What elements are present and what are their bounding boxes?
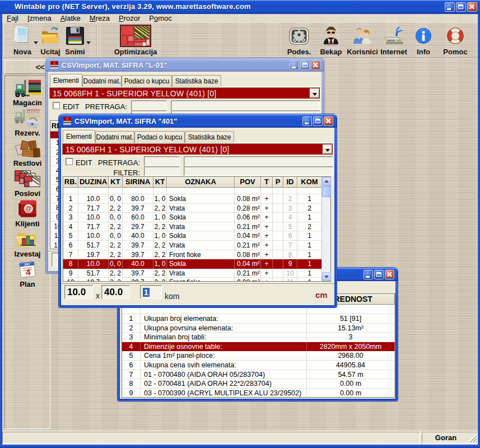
toolbar-button-snimi[interactable]: Snimi (60, 25, 90, 58)
csv-window-401-table-row-10[interactable]: 1019.72, 239.72, 2Front fioke0.08 m²+111 (63, 278, 330, 282)
csv-window-l01-close-button[interactable] (311, 60, 320, 70)
results-window-minimize-button[interactable] (364, 270, 373, 279)
csv-window-401-column-header-pov-6[interactable]: POV (235, 177, 261, 188)
csv-window-l01-maximize-button[interactable] (300, 60, 310, 70)
csv-window-l01-tab-3[interactable]: Podaci o kupcu (122, 75, 172, 87)
csv-window-401-maximize-button[interactable] (313, 116, 323, 126)
csv-window-401-column-header-kom-10[interactable]: KOM (297, 177, 322, 188)
csv-window-401-column-header-rb-0[interactable]: RB. (63, 177, 78, 188)
csv-window-401-scroll-thumb[interactable] (322, 186, 331, 197)
csv-window-401-table-row-6[interactable]: 651.72, 239.72, 2Vrata0.21 m²+71 (63, 241, 330, 250)
csv-window-401-table-row-5[interactable]: 510.00, 040.01, 0Sokla0.04 m²+61 (63, 231, 330, 241)
sidebar-item-klijenti[interactable]: @Klijenti (5, 199, 50, 228)
csv-window-401-table-row-1[interactable]: 110.00, 080.01, 0Sokla0.08 m²+21 (63, 194, 330, 204)
csv-window-401-close-button[interactable] (324, 116, 333, 126)
menu-item-izmena[interactable]: Izmena (23, 14, 56, 23)
csv-window-401-column-header-sirina-3[interactable]: SIRINA (123, 177, 153, 188)
csv-window-l01-tab-2[interactable]: Dodatni mat. (82, 75, 122, 87)
menu-item-mreza[interactable]: Mreza (85, 14, 114, 23)
csv-window-l01-minimize-button[interactable] (290, 60, 299, 70)
csv-window-401-pretraga-input-1[interactable] (144, 156, 180, 166)
toolbar-button-nova[interactable]: Nova (8, 25, 37, 58)
menu-item-alatke[interactable]: Alatke (56, 14, 85, 23)
csv-window-401-table-blank-row[interactable] (63, 188, 330, 194)
csv-window-401-combobox-arrow-icon[interactable] (323, 144, 332, 154)
csv-window-401-minimize-button[interactable] (302, 116, 312, 126)
sidebar-item-plan[interactable]: 2004Plan (5, 259, 50, 288)
csv-window-l01-titlebar[interactable]: CSVImport, MAT. SIFRA "L-01" (46, 58, 324, 72)
csv-window-401-table-row-3[interactable]: 310.00, 060.01, 0Sokla0.06 m²+41 (63, 213, 330, 222)
sidebar-item-restlovi[interactable]: Restlovi (5, 138, 50, 167)
csv-window-401-titlebar[interactable]: CSVImport, MAT. SIFRA "401" (59, 114, 337, 128)
csv-window-l01-edit-checkbox[interactable] (53, 102, 60, 109)
csv-window-401-width-input[interactable]: 10.0 (64, 285, 93, 299)
toolbar-divider (2, 25, 3, 57)
sidebar-collapse-button[interactable]: << (4, 60, 50, 74)
csv-window-401-scroll-down-icon[interactable] (322, 272, 331, 281)
csv-window-401-filter-input-1[interactable] (144, 166, 180, 176)
results-window-maximize-button[interactable] (374, 270, 384, 279)
csv-window-401-table-row-9[interactable]: 951.72, 239.72, 2Vrata0.21 m²+101 (63, 269, 330, 278)
sidebar-item-magacin[interactable]: Magacin (5, 78, 50, 107)
results-window-row-5[interactable]: 5Cena 1m² panel-ploce:2968.00 (122, 351, 395, 361)
close-button[interactable] (467, 2, 477, 12)
toolbar-button-pomoc[interactable]: Pomoc (439, 25, 472, 58)
menu-item-pomoc[interactable]: Pomoc (145, 14, 176, 23)
resize-grip[interactable] (469, 435, 477, 442)
results-window-row-9[interactable]: 903 - 0700390 (ACRYL MULTIPLEX ALU 23/29… (122, 389, 395, 398)
results-window-row-6[interactable]: 6Ukupna cena svih elemenata:44905.84 (122, 361, 395, 370)
csv-window-401-column-header-kt-2[interactable]: KT (109, 177, 123, 188)
csv-window-401-column-header-p-8[interactable]: P (273, 177, 283, 188)
toolbar-button-podes[interactable]: Podes. (285, 25, 314, 58)
csv-window-401-column-header-oznaka-5[interactable]: OZNAKA (167, 177, 235, 188)
csv-window-401-column-header-id-9[interactable]: ID (283, 177, 297, 188)
csv-window-l01-tab-1[interactable]: Elementi (50, 74, 82, 87)
csv-window-401-tab-3[interactable]: Podaci o kupcu (134, 131, 185, 143)
csv-window-401-height-input[interactable]: 40.0 (101, 285, 130, 299)
sidebar-item-rezerv[interactable]: Rezerv. (5, 108, 50, 137)
menu-item-fajl[interactable]: Fajl (2, 14, 23, 23)
csv-window-401-column-header-kt-4[interactable]: KT (153, 177, 167, 188)
maximize-button[interactable] (456, 2, 466, 12)
results-window-row-3[interactable]: 3Minimalan broj tabli:3 (122, 333, 395, 342)
csv-window-401[interactable]: CSVImport, MAT. SIFRA "401"ElementiDodat… (59, 114, 337, 307)
csv-window-401-table-row-8[interactable]: 810.00, 040.01, 0Sokla0.04 m²+91 (63, 259, 330, 269)
sidebar-item-poslovi[interactable]: Poslovi (5, 169, 50, 198)
menu-item-prozor[interactable]: Prozor (114, 14, 145, 23)
csv-window-401-tab-2[interactable]: Dodatni mat. (95, 131, 134, 143)
csv-window-401-edit-checkbox[interactable] (66, 158, 73, 165)
csv-window-401-filter-input-2[interactable] (184, 166, 333, 176)
toolbar-button-internet[interactable]: Internet (379, 25, 409, 58)
results-window-row-8[interactable]: 802 - 0700481 (AIDA ORAH 22*2/283704)0.0… (122, 379, 395, 389)
csv-window-401-material-combobox[interactable]: 15 0068FH 1 - SUPERIOR YELLOW (401) [0] (62, 143, 333, 155)
csv-window-401-table-row-4[interactable]: 471.72, 229.72, 2Vrata0.21 m²+52 (63, 222, 330, 232)
csv-window-401-quantity-input[interactable]: 1 (140, 285, 162, 299)
csv-window-401-column-header-duzina-1[interactable]: DUZINA (78, 177, 109, 188)
toolbar-button-info[interactable]: Info (411, 25, 436, 58)
sidebar-item-izvestaj[interactable]: Izvestaj (5, 229, 50, 258)
minimize-button[interactable] (445, 2, 455, 12)
csv-window-401-scroll-up-icon[interactable] (322, 177, 331, 186)
dropdown-arrow-icon[interactable] (86, 41, 91, 44)
toolbar-button-korisnici[interactable]: Korisnici (346, 25, 379, 58)
csv-window-l01-pretraga-input-1[interactable] (131, 100, 167, 110)
toolbar-button-ucitaj[interactable]: Ucitaj (37, 25, 64, 58)
csv-window-401-pretraga-input-2[interactable] (184, 156, 333, 166)
results-window-close-button[interactable] (385, 270, 394, 279)
csv-window-401-vertical-scrollbar[interactable] (321, 177, 330, 281)
csv-window-l01-tab-4[interactable]: Statistika baze (172, 75, 221, 87)
csv-window-401-tab-4[interactable]: Statistika baze (185, 131, 234, 143)
toolbar-button-bekap[interactable]: Bekap (317, 25, 345, 58)
csv-window-l01-material-combobox[interactable]: 15 0068FH 1 - SUPERIOR YELLOW (401) [0] (49, 87, 320, 99)
csv-window-401-tab-1[interactable]: Elementi (63, 130, 95, 143)
results-window-row-4[interactable]: 4Dimenzije osnovne table:2820mm x 2050mm (122, 342, 395, 352)
results-window-row-2[interactable]: 2Ukupna povrsina elemenata:15.13m² (122, 324, 395, 333)
csv-window-401-table-row-2[interactable]: 271.72, 239.72, 2Vrata0.28 m²+32 (63, 204, 330, 213)
results-window-row-7[interactable]: 701 - 0700480 (AIDA ORAH 05/283704)54.57… (122, 370, 395, 380)
csv-window-l01-combobox-arrow-icon[interactable] (310, 88, 319, 98)
toolbar-button-optimizacija[interactable]: Optimizacija (112, 25, 159, 58)
csv-window-401-column-header-t-7[interactable]: T (261, 177, 273, 188)
csv-window-l01-pretraga-input-2[interactable] (171, 100, 320, 110)
csv-window-401-table-row-7[interactable]: 719.72, 239.72, 2Front fioke0.08 m²+81 (63, 250, 330, 260)
results-window-row-1[interactable]: 1Ukupan broj elemenata:51 [91] (122, 314, 395, 324)
